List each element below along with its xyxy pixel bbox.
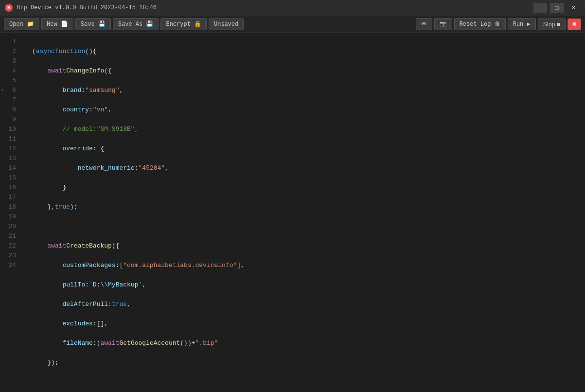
line-num-11: 11 — [0, 134, 24, 144]
saveas-button[interactable]: Save As 💾 — [113, 18, 159, 30]
code-line-8: } — [32, 183, 585, 193]
line-num-6: 6 — [0, 86, 24, 95]
code-line-4: country: "vn", — [32, 105, 585, 115]
maximize-button[interactable]: □ — [550, 3, 564, 13]
code-line-17: }); — [32, 358, 585, 368]
line-num-14: 14 — [0, 163, 24, 173]
code-line-7: network_numeric: "45204", — [32, 163, 585, 173]
line-num-4: 4 — [0, 66, 24, 76]
code-line-1: (async function(){ — [32, 47, 585, 56]
line-num-15: 15 — [0, 173, 24, 183]
code-line-15: excludes: [], — [32, 319, 585, 329]
line-num-19: 19 — [0, 212, 24, 222]
x-button[interactable]: ✕ — [567, 18, 581, 30]
eye-button[interactable]: 👁 — [416, 18, 432, 30]
open-button[interactable]: Open 📁 — [4, 18, 39, 30]
line-num-22: 22 — [0, 241, 24, 251]
app-icon: B — [5, 4, 13, 12]
code-line-18 — [32, 377, 585, 387]
line-num-2: 2 — [0, 47, 24, 56]
line-num-12: 12 — [0, 144, 24, 154]
line-num-24: 24 — [0, 261, 24, 270]
run-button[interactable]: Run ▶ — [508, 18, 536, 30]
code-line-14: delAfterPull: true, — [32, 300, 585, 309]
titlebar-close-button[interactable]: ✕ — [567, 3, 580, 13]
code-line-5: // model:"SM-S918B", — [32, 125, 585, 134]
toolbar: Open 📁 New 📄 Save 💾 Save As 💾 Encrypt 🔒 … — [0, 16, 585, 33]
code-line-12: customPackages: ["com.alphalbetlabs.devi… — [32, 261, 585, 270]
encrypt-button[interactable]: Encrypt 🔒 — [160, 18, 207, 30]
titlebar-controls: ─ □ ✕ — [533, 3, 580, 13]
titlebar: B Bip Device v1.0.0 Build 2023-04-15 18:… — [0, 0, 585, 16]
line-num-23: 23 — [0, 251, 24, 261]
minimize-button[interactable]: ─ — [533, 3, 547, 13]
line-num-17: 17 — [0, 193, 24, 202]
stop-button[interactable]: Stop ■ — [538, 18, 566, 30]
code-line-13: pullTo: `D:\\MyBackup`, — [32, 280, 585, 290]
code-line-9: }, true); — [32, 202, 585, 212]
line-num-18: 18 — [0, 202, 24, 212]
code-line-16: fileName: (await GetGoogleAccount()) + "… — [32, 339, 585, 348]
camera-button[interactable]: 📷 — [434, 18, 452, 30]
line-numbers: 1 2 3 4 5 6 7 8 9 10 11 12 13 14 15 16 1… — [0, 33, 24, 392]
code-line-2: await ChangeInfo({ — [32, 66, 585, 76]
titlebar-title: Bip Device v1.0.0 Build 2023-04-15 18:46 — [17, 4, 530, 11]
line-num-13: 13 — [0, 154, 24, 163]
code-container[interactable]: 1 2 3 4 5 6 7 8 9 10 11 12 13 14 15 16 1… — [0, 33, 585, 392]
line-num-8: 8 — [0, 105, 24, 115]
line-num-1: 1 — [0, 37, 24, 47]
line-num-5: 5 — [0, 76, 24, 86]
code-line-3: brand: "samsung", — [32, 86, 585, 95]
code-line-11: await CreateBackup({ — [32, 241, 585, 251]
line-num-21: 21 — [0, 232, 24, 241]
unsaved-button[interactable]: Unsaved — [209, 18, 244, 30]
toolbar-right: 👁 📷 Reset Log 🗑 Run ▶ Stop ■ ✕ — [416, 18, 581, 30]
resetlog-button[interactable]: Reset Log 🗑 — [454, 18, 506, 30]
line-num-16: 16 — [0, 183, 24, 193]
code-line-6: override: { — [32, 144, 585, 154]
line-num-10: 10 — [0, 125, 24, 134]
line-num-3: 3 — [0, 56, 24, 66]
line-num-9: 9 — [0, 115, 24, 125]
code-editor[interactable]: (async function(){ await ChangeInfo({ br… — [24, 33, 585, 392]
new-button[interactable]: New 📄 — [41, 18, 73, 30]
line-num-7: 7 — [0, 95, 24, 105]
code-line-10 — [32, 222, 585, 232]
line-num-20: 20 — [0, 222, 24, 232]
save-button[interactable]: Save 💾 — [75, 18, 111, 30]
